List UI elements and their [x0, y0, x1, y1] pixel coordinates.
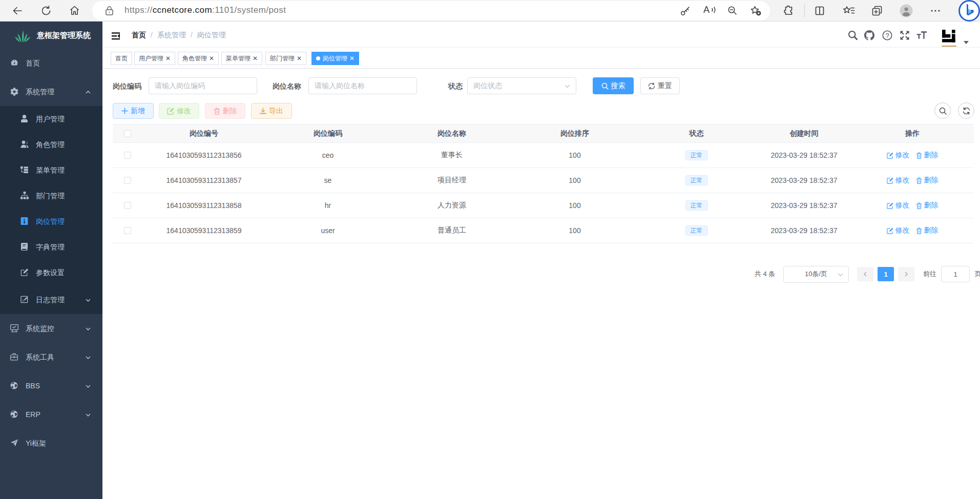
svg-text:?: ?: [885, 32, 889, 39]
